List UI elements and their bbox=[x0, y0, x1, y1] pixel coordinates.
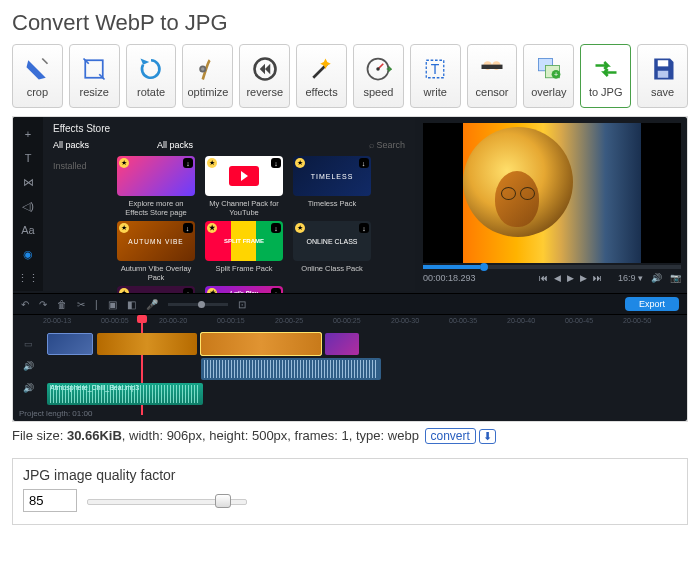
audio-clip[interactable]: Atmosphere_Chill_Beat.mp3 bbox=[47, 383, 203, 405]
sidebar-tab-all[interactable]: All packs bbox=[53, 140, 89, 150]
adjust-icon[interactable]: ⋮⋮ bbox=[21, 271, 35, 285]
pack-online[interactable]: ONLINE CLASS★↓Online Class Pack bbox=[293, 221, 371, 282]
save-button[interactable]: save bbox=[637, 44, 688, 108]
file-meta: File size: 30.66KiB, width: 906px, heigh… bbox=[12, 428, 688, 444]
pack-explore[interactable]: ★↓Explore more on Effects Store page bbox=[117, 156, 195, 217]
editor-sidebar: + T ⋈ ◁) Aa ◉ ⋮⋮ bbox=[13, 117, 43, 291]
quality-panel: JPG image quality factor bbox=[12, 458, 688, 525]
write-icon: T bbox=[421, 55, 449, 83]
crop-icon bbox=[23, 55, 51, 83]
speed-button[interactable]: speed bbox=[353, 44, 404, 108]
speed-icon bbox=[364, 55, 392, 83]
seek-bar[interactable] bbox=[423, 265, 681, 269]
pack-autumn[interactable]: AUTUMN VIBE★↓Autumn Vibe Overlay Pack bbox=[117, 221, 195, 282]
censor-button[interactable]: censor bbox=[467, 44, 518, 108]
fwd-icon[interactable]: ▶ bbox=[580, 273, 587, 283]
font-icon[interactable]: Aa bbox=[21, 223, 35, 237]
project-length: Project length: 01:00 bbox=[19, 409, 92, 418]
delete-icon[interactable]: 🗑 bbox=[57, 299, 67, 310]
search-input[interactable]: ⌕ Search bbox=[369, 140, 405, 150]
timeline-toolbar: ↶ ↷ 🗑 ✂ | ▣ ◧ 🎤 ⊡ Export bbox=[13, 293, 687, 315]
video-editor: + T ⋈ ◁) Aa ◉ ⋮⋮ Effects Store All packs… bbox=[13, 117, 687, 421]
pack-split[interactable]: SPLIT FRAME★↓Split Frame Pack bbox=[205, 221, 283, 282]
page-title: Convert WebP to JPG bbox=[12, 10, 688, 36]
fit-icon[interactable]: ⊡ bbox=[238, 299, 246, 310]
svg-rect-10 bbox=[482, 64, 503, 68]
video-screen[interactable] bbox=[423, 123, 681, 263]
volume-icon[interactable]: 🔊 bbox=[651, 273, 662, 283]
resize-icon bbox=[80, 55, 108, 83]
svg-text:+: + bbox=[554, 70, 558, 77]
next-icon[interactable]: ⏭ bbox=[593, 273, 602, 283]
svg-point-5 bbox=[377, 67, 381, 71]
pack-youtube[interactable]: ★↓My Channel Pack for YouTube bbox=[205, 156, 283, 217]
save-icon bbox=[649, 55, 677, 83]
rotate-button[interactable]: rotate bbox=[126, 44, 177, 108]
text-icon[interactable]: T bbox=[21, 151, 35, 165]
to-jpg-icon bbox=[592, 55, 620, 83]
rotate-icon bbox=[137, 55, 165, 83]
to-jpg-button[interactable]: to JPG bbox=[580, 44, 631, 108]
video-preview: 00:00:18.293 ⏮ ◀ ▶ ▶ ⏭ 16:9 ▾ 🔊 📷 bbox=[423, 123, 681, 283]
track-video-icon[interactable]: ▭ bbox=[13, 333, 43, 355]
censor-icon bbox=[478, 55, 506, 83]
redo-icon[interactable]: ↷ bbox=[39, 299, 47, 310]
link-icon[interactable]: ⋈ bbox=[21, 175, 35, 189]
track-audio2-icon[interactable]: 🔊 bbox=[13, 377, 43, 399]
crop-button[interactable]: crop bbox=[12, 44, 63, 108]
volume-icon[interactable]: ◁) bbox=[21, 199, 35, 213]
color-icon[interactable]: ◧ bbox=[127, 299, 136, 310]
crop-icon[interactable]: ▣ bbox=[108, 299, 117, 310]
video-clip[interactable] bbox=[97, 333, 197, 355]
sidebar-tab-installed[interactable]: Installed bbox=[53, 161, 87, 171]
effects-button[interactable]: effects bbox=[296, 44, 347, 108]
svg-point-2 bbox=[201, 67, 205, 71]
svg-rect-15 bbox=[657, 60, 668, 66]
track-audio1-icon[interactable]: 🔊 bbox=[13, 355, 43, 377]
resize-button[interactable]: resize bbox=[69, 44, 120, 108]
toolbar: crop resize rotate optimize reverse effe… bbox=[12, 44, 688, 108]
cut-icon[interactable]: ✂ bbox=[77, 299, 85, 310]
quality-slider[interactable] bbox=[87, 494, 247, 508]
audio-clip[interactable] bbox=[201, 358, 381, 380]
timestamp: 00:00:18.293 bbox=[423, 273, 476, 283]
camera-icon[interactable]: 📷 bbox=[670, 273, 681, 283]
preview-frame: + T ⋈ ◁) Aa ◉ ⋮⋮ Effects Store All packs… bbox=[12, 116, 688, 422]
timeline-tracks[interactable]: Atmosphere_Chill_Beat.mp3 bbox=[43, 333, 681, 408]
video-clip-selected[interactable] bbox=[201, 333, 321, 355]
quality-input[interactable] bbox=[23, 489, 77, 512]
video-clip[interactable] bbox=[325, 333, 359, 355]
overlay-icon: + bbox=[535, 55, 563, 83]
zoom-slider[interactable] bbox=[168, 303, 228, 306]
quality-label: JPG image quality factor bbox=[23, 467, 677, 483]
play-icon[interactable]: ▶ bbox=[567, 273, 574, 283]
effects-icon bbox=[308, 55, 336, 83]
reverse-button[interactable]: reverse bbox=[239, 44, 290, 108]
svg-rect-16 bbox=[657, 70, 668, 77]
pack-timeless[interactable]: TIMELESS★↓Timeless Pack bbox=[293, 156, 371, 217]
export-button[interactable]: Export bbox=[625, 297, 679, 311]
reverse-icon bbox=[251, 55, 279, 83]
effects-store: Effects Store All packs Installed All pa… bbox=[43, 117, 415, 291]
add-icon[interactable]: + bbox=[21, 127, 35, 141]
optimize-button[interactable]: optimize bbox=[182, 44, 233, 108]
convert-button[interactable]: convert bbox=[425, 428, 476, 444]
prev-icon[interactable]: ⏮ bbox=[539, 273, 548, 283]
write-button[interactable]: T write bbox=[410, 44, 461, 108]
tab-all-packs[interactable]: All packs bbox=[157, 140, 193, 150]
undo-icon[interactable]: ↶ bbox=[21, 299, 29, 310]
overlay-button[interactable]: + overlay bbox=[523, 44, 574, 108]
store-icon[interactable]: ◉ bbox=[21, 247, 35, 261]
mic-icon[interactable]: 🎤 bbox=[146, 299, 158, 310]
optimize-icon bbox=[194, 55, 222, 83]
download-icon[interactable]: ⬇ bbox=[479, 429, 496, 444]
video-clip[interactable] bbox=[47, 333, 93, 355]
aspect-ratio[interactable]: 16:9 ▾ bbox=[618, 273, 643, 283]
svg-text:T: T bbox=[431, 61, 440, 77]
back-icon[interactable]: ◀ bbox=[554, 273, 561, 283]
store-title: Effects Store bbox=[53, 123, 405, 134]
